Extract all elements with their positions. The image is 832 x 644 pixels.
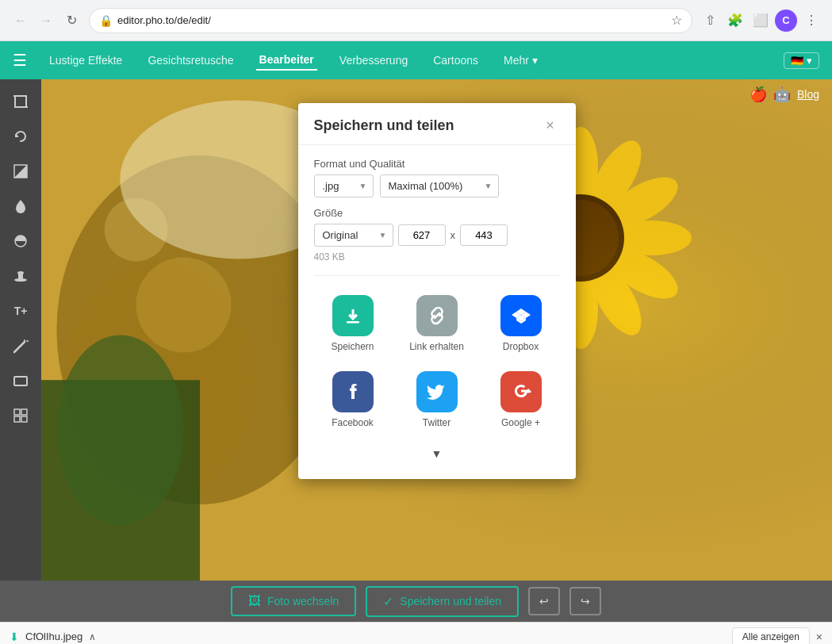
status-right: Alle anzeigen × [732, 627, 822, 645]
size-row: Original640x480800x6001024x768 ▼ 627 x 4… [314, 224, 560, 247]
undo-icon: ↩ [539, 595, 549, 608]
star-icon: ☆ [671, 13, 682, 28]
nav-item-face[interactable]: Gesichtsretusche [144, 51, 236, 70]
tool-brightness[interactable] [5, 225, 36, 257]
save-share-toolbar-button[interactable]: ✓ Speichern und teilen [366, 586, 519, 617]
tool-crop[interactable] [5, 86, 36, 117]
tool-color[interactable] [5, 190, 36, 222]
lock-icon: 🔒 [99, 14, 113, 27]
change-photo-icon: 🖼 [248, 594, 261, 608]
svg-line-9 [14, 343, 24, 352]
address-bar[interactable]: 🔒 editor.pho.to/de/edit/ ☆ [89, 8, 692, 33]
status-chevron-icon[interactable]: ∧ [89, 631, 96, 642]
width-input[interactable]: 627 [398, 224, 446, 246]
redo-button[interactable]: ↪ [569, 587, 601, 615]
redo-icon: ↪ [581, 595, 590, 608]
twitter-icon [416, 371, 458, 412]
tool-rotate[interactable] [5, 121, 36, 152]
status-close-button[interactable]: × [816, 631, 822, 643]
nav-item-editor[interactable]: Bearbeiter [256, 50, 317, 71]
bottom-toolbar: 🖼 Foto wechseln ✓ Speichern und teilen ↩… [0, 581, 832, 622]
format-select-wrapper: .jpg.png.webp ▼ [314, 174, 374, 197]
svg-rect-17 [21, 416, 27, 422]
twitter-label: Twitter [423, 417, 451, 428]
size-preset-select[interactable]: Original640x480800x6001024x768 [314, 224, 393, 247]
google-plus-button[interactable]: Google + [482, 365, 560, 435]
language-selector[interactable]: 🇩🇪 ▾ [784, 52, 819, 69]
bookmark-icon[interactable]: ⇧ [699, 10, 721, 32]
url-text: editor.pho.to/de/edit/ [117, 14, 666, 26]
main-area: T+ [0, 79, 832, 581]
tool-hat[interactable] [5, 260, 36, 292]
tool-frame[interactable] [5, 365, 36, 397]
svg-rect-13 [14, 377, 27, 385]
download-indicator-icon: ⬇ [10, 631, 19, 643]
sidebar: T+ [0, 79, 41, 581]
status-left: ⬇ CfOlIhu.jpeg ∧ [10, 631, 96, 643]
svg-marker-4 [14, 165, 27, 178]
svg-rect-16 [14, 416, 20, 422]
menu-icon[interactable]: ⋮ [800, 10, 822, 32]
dropbox-label: Dropbox [503, 341, 539, 352]
back-button[interactable]: ← [10, 10, 32, 32]
dialog-body: Format und Qualität .jpg.png.webp ▼ Maxi… [298, 145, 576, 479]
extensions-icon[interactable]: 🧩 [724, 10, 746, 32]
quality-select[interactable]: Maximal (100%)Hoch (80%)Mittel (60%)Nied… [380, 174, 499, 197]
size-preset-wrapper: Original640x480800x6001024x768 ▼ [314, 224, 393, 247]
link-icon [416, 295, 458, 336]
nav-item-cartoons[interactable]: Cartoons [430, 51, 481, 70]
svg-rect-49 [526, 391, 531, 393]
checkmark-icon: ✓ [383, 594, 393, 609]
save-icon [332, 295, 374, 336]
dialog-overlay: Speichern und teilen × Format und Qualit… [41, 79, 832, 581]
nav-item-more[interactable]: Mehr ▾ [500, 51, 541, 70]
nav-item-enhance[interactable]: Verbesserung [336, 51, 411, 70]
svg-rect-41 [347, 321, 359, 324]
svg-rect-14 [14, 409, 20, 415]
profile-avatar[interactable]: C [775, 10, 797, 32]
dialog-divider [314, 275, 560, 276]
save-share-dialog: Speichern und teilen × Format und Qualit… [298, 103, 576, 479]
share-buttons-grid: Speichern Link erhalten [314, 289, 560, 435]
dropbox-icon [500, 295, 542, 336]
link-button[interactable]: Link erhalten [398, 289, 476, 358]
save-button[interactable]: Speichern [314, 289, 392, 358]
dialog-title: Speichern und teilen [314, 117, 454, 134]
status-filename: CfOlIhu.jpeg [25, 631, 82, 642]
tool-text[interactable]: T+ [5, 295, 36, 327]
hamburger-menu[interactable]: ☰ [13, 51, 27, 70]
tool-exposure[interactable] [5, 155, 36, 187]
twitter-button[interactable]: Twitter [398, 365, 476, 435]
browser-chrome: ← → ↻ 🔒 editor.pho.to/de/edit/ ☆ ⇧ 🧩 ⬜ C… [0, 0, 832, 41]
google-plus-icon [500, 371, 542, 412]
forward-button[interactable]: → [35, 10, 57, 32]
facebook-label: Facebook [332, 417, 374, 428]
tool-mosaic[interactable] [5, 400, 36, 431]
split-screen-icon[interactable]: ⬜ [750, 10, 772, 32]
save-share-toolbar-label: Speichern und teilen [400, 595, 501, 608]
show-more-button[interactable]: ▼ [431, 447, 443, 460]
file-size-label: 403 KB [314, 251, 560, 263]
change-photo-button[interactable]: 🖼 Foto wechseln [231, 586, 356, 616]
google-plus-label: Google + [501, 417, 540, 428]
undo-button[interactable]: ↩ [528, 587, 560, 615]
show-all-button[interactable]: Alle anzeigen [732, 627, 810, 645]
change-photo-label: Foto wechseln [267, 595, 339, 608]
facebook-icon [332, 371, 374, 412]
dropbox-button[interactable]: Dropbox [482, 289, 560, 358]
dialog-close-button[interactable]: × [541, 116, 560, 135]
tool-magic[interactable] [5, 330, 36, 362]
format-select[interactable]: .jpg.png.webp [314, 174, 374, 197]
svg-point-8 [17, 271, 24, 274]
facebook-button[interactable]: Facebook [314, 365, 392, 435]
height-input[interactable]: 443 [460, 224, 508, 246]
status-bar: ⬇ CfOlIhu.jpeg ∧ Alle anzeigen × [0, 622, 832, 644]
canvas-area: 🍎 🤖 Blog Speichern und teilen × Format u… [41, 79, 832, 581]
format-row: .jpg.png.webp ▼ Maximal (100%)Hoch (80%)… [314, 174, 560, 197]
reload-button[interactable]: ↻ [60, 10, 82, 32]
nav-item-funny[interactable]: Lustige Effekte [46, 51, 125, 70]
svg-rect-0 [15, 96, 26, 107]
size-x-separator: x [451, 229, 456, 241]
app-header: ☰ Lustige Effekte Gesichtsretusche Bearb… [0, 41, 832, 79]
dialog-header: Speichern und teilen × [298, 103, 576, 145]
